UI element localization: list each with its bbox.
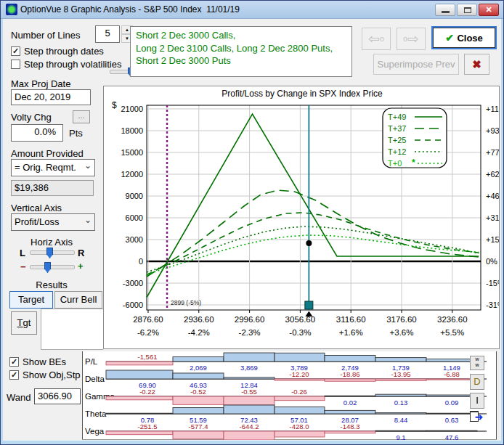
svg-text:47.6: 47.6 (445, 433, 459, 440)
results-label: Results (11, 279, 92, 290)
horiz-axis-thumb[interactable] (46, 248, 53, 258)
greeks-table: P/L-1,5612,0693,8693,7892,7491,7391,149D… (82, 351, 499, 440)
step-dates-checkbox[interactable]: ✓ (11, 46, 20, 56)
chevron-down-icon: ⌄ (84, 215, 92, 225)
bottom-border (1, 441, 503, 444)
wand-handle[interactable] (305, 301, 313, 309)
implied-button[interactable]: I (470, 393, 484, 409)
svg-text:-31%: -31% (486, 301, 499, 309)
delta-button[interactable]: D (470, 374, 484, 390)
svg-text:-6.88: -6.88 (444, 370, 460, 378)
cancel-button[interactable]: ✖ (464, 54, 489, 75)
svg-text:3,869: 3,869 (240, 364, 258, 372)
svg-text:T+12: T+12 (388, 147, 406, 156)
show-obj-checkbox[interactable]: ✓ (9, 370, 19, 380)
svg-text:+15%: +15% (486, 235, 499, 244)
minimize-button[interactable] (435, 4, 455, 16)
chart-panel[interactable]: Profit/Loss by Change in SPX Index Price… (103, 86, 500, 349)
export-button[interactable]: ➔ (468, 410, 486, 426)
svg-text:+3.6%: +3.6% (390, 328, 414, 337)
svg-text:-0.26: -0.26 (291, 388, 307, 396)
svg-text:0%: 0% (486, 257, 497, 266)
series-T+0 (147, 235, 479, 274)
right-arrow-icon: ⇨ (407, 31, 419, 46)
svg-text:0.13: 0.13 (394, 399, 408, 407)
wand-input[interactable]: 3066.90 (34, 388, 81, 404)
svg-text:T+49: T+49 (388, 113, 406, 121)
svg-text:18000: 18000 (121, 126, 143, 135)
svg-text:2996.60: 2996.60 (235, 315, 265, 324)
svg-text:9.1: 9.1 (396, 433, 405, 440)
zoom-plus-label: + (78, 261, 84, 272)
pts-label: Pts (69, 128, 83, 139)
vertical-axis-label: Vertical Axis (11, 203, 62, 213)
maximize-icon (464, 7, 471, 13)
tab-target[interactable]: Target (9, 291, 53, 309)
volty-chg-input[interactable]: 0.0% (11, 124, 63, 142)
series-T+12 (147, 226, 479, 272)
tgt-label-rest: gt (23, 317, 31, 328)
svg-text:2936.60: 2936.60 (184, 315, 214, 324)
svg-text:-644.2: -644.2 (240, 422, 259, 430)
svg-text:Delta: Delta (85, 375, 105, 383)
max-proj-date-input[interactable]: Dec 20, 2019 (11, 89, 91, 105)
amount-provided-select[interactable]: = Orig. Reqmt. ⌄ (11, 159, 95, 176)
superimpose-prev-button[interactable]: Superimpose Prev (373, 54, 459, 75)
svg-text:2,069: 2,069 (190, 364, 207, 372)
svg-text:-13.95: -13.95 (391, 370, 411, 378)
title-bar[interactable]: OptionVue 8 Graphic Analysis - S&P 500 I… (1, 1, 503, 19)
left-arrow-icon: ⇦ (368, 31, 380, 46)
svg-text:-577.4: -577.4 (189, 422, 208, 430)
tab-curr-bell[interactable]: Curr Bell (54, 291, 102, 309)
left-border (1, 19, 3, 444)
optionvue-window: OptionVue 8 Graphic Analysis - S&P 500 I… (0, 0, 504, 445)
export-arrow-icon: ➔ (475, 412, 483, 422)
wand-window-button[interactable]: w w (470, 356, 484, 370)
vertical-axis-select[interactable]: Profit/Loss ⌄ (11, 213, 95, 231)
svg-text:3116.60: 3116.60 (336, 315, 366, 324)
prev-graph-button[interactable]: ⇦o (362, 28, 391, 50)
svg-text:-0.52: -0.52 (190, 388, 206, 396)
close-icon: ✕ (485, 5, 492, 14)
svg-text:P/L: P/L (85, 357, 98, 366)
svg-text:-15%: -15% (486, 279, 499, 287)
svg-text:+62%: +62% (486, 170, 499, 179)
close-window-button[interactable]: ✕ (479, 4, 499, 16)
show-bes-checkbox[interactable]: ✓ (9, 357, 19, 367)
amount-provided-value: = Orig. Reqmt. (15, 162, 76, 173)
number-of-lines-input[interactable]: 5 (95, 25, 120, 43)
breakeven-label: 2899 (-5%) (171, 299, 201, 306)
volty-chg-label: Volty Chg (11, 112, 52, 123)
svg-text:-0.3%: -0.3% (289, 328, 311, 337)
strategy-line-2: Long 2 Dec 3100 Calls, Long 2 Dec 2800 P… (136, 42, 346, 55)
amount-provided-label: Amount Provided (11, 148, 84, 159)
volty-more-button[interactable]: ... (73, 110, 90, 123)
close-button-label: Close (457, 33, 482, 44)
chart-title: Profit/Loss by Change in SPX Index Price (221, 89, 383, 99)
svg-text:+110%: +110% (486, 105, 499, 113)
svg-text:-4.2%: -4.2% (188, 328, 210, 337)
window-title: OptionVue 8 Graphic Analysis - S&P 500 I… (20, 4, 240, 15)
svg-text:-148.3: -148.3 (341, 422, 360, 430)
svg-text:9000: 9000 (126, 192, 143, 200)
svg-text:8.44: 8.44 (394, 416, 408, 424)
svg-text:T+37: T+37 (388, 124, 406, 133)
svg-text:6000: 6000 (126, 213, 143, 222)
step-vols-checkbox[interactable] (11, 60, 20, 69)
svg-text:Vega: Vega (85, 427, 105, 436)
svg-text:2876.60: 2876.60 (133, 315, 163, 324)
tgt-button[interactable]: Tgt (11, 311, 37, 335)
step-vols-label: Step through volatilities (24, 59, 121, 70)
zoom-slider[interactable] (30, 265, 75, 269)
max-proj-date-label: Max Proj Date (11, 78, 70, 89)
check-icon: ✔ (445, 32, 454, 44)
zoom-thumb[interactable] (44, 262, 51, 273)
svg-text:12000: 12000 (121, 170, 143, 179)
series-T+37 (147, 190, 479, 277)
close-button[interactable]: ✔ Close (431, 26, 497, 49)
maximize-button[interactable] (457, 4, 477, 16)
horiz-axis-label: Horiz Axis (11, 237, 92, 248)
svg-text:*: * (412, 158, 415, 168)
next-graph-button[interactable]: o⇨ (397, 28, 426, 50)
svg-text:+46%: +46% (486, 192, 499, 200)
